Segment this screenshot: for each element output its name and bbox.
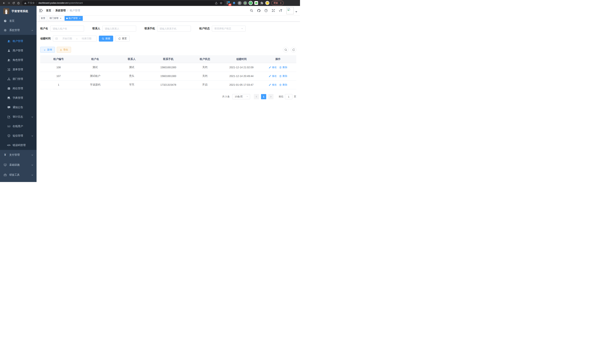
tab-租户管理[interactable]: 租户管理× [65,16,83,21]
browser-back-button[interactable] [1,0,6,5]
breadcrumb-system[interactable]: 系统管理 [55,9,66,12]
main-content: 租户名 联系人 联系手机 租户状态 请选择租户状态 [37,21,300,182]
sidebar-item-system[interactable]: 系统管理 [0,26,37,35]
tab-首页[interactable]: 首页 [39,16,47,21]
avatar-dropdown-caret-icon[interactable] [295,11,297,12]
sidebar-item-menu[interactable]: 菜单管理 [0,65,37,74]
page-unit-label: 页 [294,95,296,98]
extension-recorder-icon[interactable] [243,1,247,5]
close-icon[interactable]: × [59,17,62,20]
sidebar-item-label: 研发工具 [9,173,20,177]
table-header-row: 租户编号租户名联系人联系手机租户状态创建时间操作 [40,55,296,63]
contact-input[interactable] [105,27,134,30]
mobile-input-box [157,26,191,32]
sidebar-item-dev-tool[interactable]: 研发工具 [0,170,37,180]
browser-home-button[interactable] [16,0,21,5]
search-button[interactable]: 搜索 [99,36,113,42]
column-header: 联系手机 [150,57,187,61]
fullscreen-icon [272,9,275,12]
status-select[interactable]: 请选择租户状态 [212,26,246,32]
status-label: 租户状态 [199,27,210,30]
sidebar-item-infra[interactable]: 基础设施 [0,160,37,170]
star-icon [220,2,223,4]
url-path[interactable]: /system/tenant [68,2,83,4]
browser-bookmark-button[interactable] [219,0,223,5]
extension-chat-icon[interactable] [254,1,258,5]
delete-button[interactable]: 删除 [279,75,287,78]
extension-tampermonkey-icon[interactable]: 10 [226,1,231,5]
goto-page-input[interactable] [285,94,292,99]
cell-contact: 秃头 [113,72,150,80]
address-bar[interactable]: 不安全 dashboard.yudao.iocoder.cn/system/te… [22,0,225,5]
sidebar-item-sms[interactable]: 短信管理 [0,131,37,140]
extension-emoji-icon[interactable] [265,1,270,5]
extension-y-icon[interactable]: Y [248,1,253,5]
sidebar-item-label: 系统管理 [9,28,20,32]
refresh-icon [118,37,121,40]
help-button[interactable] [264,9,268,12]
sidebar-item-home[interactable]: 首页 [0,16,37,26]
sidebar-item-online-user[interactable]: 在线用户 [0,121,37,131]
app-logo[interactable]: 芋道管理系统 [0,6,37,16]
export-button[interactable]: 导出 [57,47,71,53]
github-button[interactable] [257,9,261,12]
sidebar-item-audit-log[interactable]: 审计日志 [0,112,37,121]
broken-image-icon [287,8,290,11]
tab-部门管理[interactable]: 部门管理× [48,16,64,21]
delete-button[interactable]: 删除 [279,83,287,86]
url-host[interactable]: dashboard.yudao.iocoder.cn [38,2,68,4]
fullscreen-button[interactable] [272,9,275,12]
sidebar-item-notice[interactable]: 通知公告 [0,103,37,112]
download-icon [60,49,62,51]
sidebar-item-user[interactable]: 用户管理 [0,46,37,55]
sidebar-item-error-code[interactable]: </>错误码管理 [0,140,37,150]
sidebar-item-post[interactable]: 岗位管理 [0,84,37,93]
cell-created: 2021-01-05 17:03:47 [223,81,260,89]
browser-forward-button[interactable] [6,0,11,5]
tenant-name-input[interactable] [53,27,82,30]
edit-button[interactable]: 修改 [269,75,277,78]
sidebar-item-role[interactable]: 角色管理 [0,55,37,65]
reset-button[interactable]: 重置 [115,36,130,42]
tab-label: 租户管理 [69,17,77,20]
extension-puzzle-icon[interactable] [260,1,264,5]
sidebar-item-pay[interactable]: ¥支付管理 [0,150,37,160]
github-icon [257,9,261,12]
mobile-input[interactable] [159,27,188,30]
show-search-toggle-button[interactable] [283,47,289,53]
header-search-button[interactable] [250,9,253,12]
edit-button[interactable]: 修改 [269,83,277,86]
delete-button[interactable]: 删除 [279,66,287,69]
search-icon [250,9,253,12]
browser-share-button[interactable] [214,0,219,5]
security-label[interactable]: 不安全 [28,1,35,5]
date-range-picker[interactable]: 开始日期 - 结束日期 [53,36,97,42]
page-1-button[interactable]: 1 [261,94,266,99]
next-page-button[interactable] [268,94,273,99]
breadcrumb-home[interactable]: 首页 [46,9,51,12]
extension-gem-icon[interactable] [232,1,236,5]
add-button[interactable]: ＋ 新增 [40,47,55,53]
font-size-button[interactable]: TT [279,9,282,12]
close-icon[interactable]: × [78,17,81,20]
prev-page-button[interactable] [254,94,259,99]
user-avatar[interactable] [286,7,294,14]
sidebar: 芋道管理系统 首页系统管理租户管理用户管理角色管理菜单管理部门管理岗位管理字典管… [0,6,37,182]
sidebar-item-tenant[interactable]: 租户管理 [0,36,37,46]
browser-update-button[interactable]: 更新 ⋮ [271,1,284,5]
cell-mobile: 17321315478 [150,81,187,89]
user-icon [7,49,10,52]
extension-command-icon[interactable]: ⌘ [237,1,242,5]
refresh-table-button[interactable] [291,47,296,53]
edit-button[interactable]: 修改 [269,66,277,69]
browser-menu-icon[interactable]: ⋮ [279,2,282,4]
sidebar-item-dict[interactable]: 字典管理 [0,93,37,103]
page-size-select[interactable]: 10条/页 [232,94,250,99]
cell-name: 芋道源码 [77,81,113,89]
browser-reload-button[interactable] [11,0,16,5]
hamburger-icon[interactable] [39,9,43,12]
not-secure-icon [24,2,27,4]
sidebar-item-dept[interactable]: 部门管理 [0,74,37,84]
cell-id: 107 [40,72,77,80]
cell-created: 2021-12-14 21:02:09 [223,63,260,72]
